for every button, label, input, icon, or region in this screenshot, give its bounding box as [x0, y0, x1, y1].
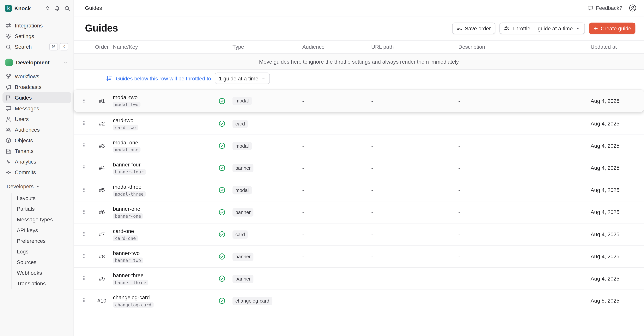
drag-handle-icon[interactable]: ⠿: [82, 187, 93, 193]
sidebar-item-api-keys[interactable]: API keys: [12, 225, 74, 235]
drag-handle-icon[interactable]: ⠿: [82, 98, 93, 104]
sidebar-item-workflows[interactable]: Workflows: [2, 71, 71, 82]
table-row[interactable]: ⠿ #6 banner-one banner-one banner - - - …: [74, 201, 644, 223]
row-updated-at: Aug 4, 2025: [590, 165, 644, 171]
kbd-cmd: ⌘: [49, 43, 58, 50]
col-description: Description: [458, 44, 590, 50]
sidebar-item-webhooks[interactable]: Webhooks: [12, 267, 74, 278]
chevron-down-icon: [575, 26, 580, 31]
row-order: #7: [93, 231, 111, 237]
drag-handle-icon[interactable]: ⠿: [82, 210, 93, 215]
sidebar-item-commits[interactable]: Commits: [2, 167, 71, 177]
sidebar-item-analytics[interactable]: Analytics: [2, 156, 71, 167]
row-url-path: -: [371, 187, 458, 193]
search-icon: [6, 44, 12, 50]
sidebar-item-integrations[interactable]: Integrations: [2, 20, 71, 31]
sidebar-item-search[interactable]: Search ⌘ K: [2, 41, 71, 52]
guide-name[interactable]: banner-four: [113, 162, 140, 168]
guide-name[interactable]: card-one: [113, 228, 134, 234]
row-url-path: -: [371, 121, 458, 127]
guide-name[interactable]: modal-two: [113, 94, 138, 101]
drag-handle-icon[interactable]: ⠿: [82, 143, 93, 149]
table-row[interactable]: ⠿ #5 modal-three modal-three modal - - -…: [74, 179, 644, 201]
guide-name[interactable]: modal-three: [113, 183, 141, 190]
guide-name[interactable]: banner-three: [113, 272, 144, 278]
table-row[interactable]: ⠿ #4 banner-four banner-four banner - - …: [74, 157, 644, 179]
row-name-key: modal-one modal-one: [111, 139, 218, 152]
create-guide-button[interactable]: Create guide: [589, 23, 636, 34]
environment-name: Development: [16, 59, 50, 66]
sidebar-item-objects[interactable]: Objects: [2, 135, 71, 146]
sidebar-item-sources[interactable]: Sources: [12, 257, 74, 267]
guide-name[interactable]: banner-one: [113, 206, 140, 212]
guide-name[interactable]: changelog-card: [113, 294, 150, 301]
sidebar-item-label: Settings: [15, 33, 34, 39]
row-url-path: -: [371, 253, 458, 260]
table-row[interactable]: ⠿ #3 modal-one modal-one modal - - - Aug…: [74, 135, 644, 157]
row-updated-at: Aug 4, 2025: [590, 143, 644, 149]
col-url-path: URL path: [371, 44, 458, 50]
col-type: Type: [232, 44, 302, 50]
sidebar-item-messages[interactable]: Messages: [2, 103, 71, 114]
workspace-switcher-icon[interactable]: [45, 5, 50, 11]
breadcrumb[interactable]: Guides: [85, 5, 102, 11]
drag-handle-icon[interactable]: ⠿: [82, 121, 93, 126]
row-audience: -: [302, 121, 371, 127]
drag-handle-icon[interactable]: ⠿: [82, 254, 93, 259]
save-order-button[interactable]: Save order: [452, 23, 495, 34]
sidebar-item-translations[interactable]: Translations: [12, 278, 74, 289]
sidebar-item-settings[interactable]: Settings: [2, 31, 71, 41]
notifications-bell-icon[interactable]: [54, 5, 60, 11]
sidebar-item-tenants[interactable]: Tenants: [2, 146, 71, 156]
global-search-icon[interactable]: [64, 5, 70, 11]
row-status: [218, 275, 232, 282]
table-row[interactable]: ⠿ #7 card-one card-one card - - - Aug 4,…: [74, 223, 644, 246]
table-row[interactable]: ⠿ #2 card-two card-two card - - - Aug 4,…: [74, 113, 644, 135]
search-shortcut: ⌘ K: [49, 43, 68, 50]
sidebar-item-preferences[interactable]: Preferences: [12, 235, 74, 246]
table-row[interactable]: ⠿ #9 banner-three banner-three banner - …: [74, 268, 644, 290]
guide-key: banner-three: [113, 280, 148, 285]
sidebar-item-partials[interactable]: Partials: [12, 203, 74, 214]
sidebar-item-broadcasts[interactable]: Broadcasts: [2, 82, 71, 92]
table-row[interactable]: ⠿ #10 changelog-card changelog-card chan…: [74, 290, 644, 312]
throttle-value: 1 guide at a time: [219, 75, 258, 81]
sidebar-section-developers[interactable]: Developers: [2, 183, 71, 189]
throttle-divider-link[interactable]: Guides below this row will be throttled …: [116, 75, 211, 81]
developers-label: Developers: [6, 183, 34, 189]
sidebar-item-users[interactable]: Users: [2, 114, 71, 124]
table-row[interactable]: ⠿ #1 modal-two modal-two modal - - - Aug…: [74, 90, 644, 112]
throttle-value-select[interactable]: 1 guide at a time: [215, 72, 270, 84]
drag-handle-icon[interactable]: ⠿: [82, 276, 93, 282]
sidebar-item-label: Search: [15, 44, 32, 50]
workspace-name[interactable]: Knock: [14, 5, 30, 11]
sidebar-item-message-types[interactable]: Message types: [12, 214, 74, 225]
ignore-throttle-dropzone[interactable]: Move guides here to ignore the throttle …: [74, 54, 644, 70]
sidebar-item-label: Users: [15, 116, 29, 122]
row-type: card: [232, 120, 302, 128]
status-active-check-icon: [218, 231, 226, 238]
row-url-path: -: [371, 231, 458, 237]
drag-handle-icon[interactable]: ⠿: [82, 165, 93, 171]
row-audience: -: [302, 209, 371, 215]
sidebar-item-guides[interactable]: Guides: [2, 92, 71, 103]
audiences-icon: [6, 126, 12, 133]
sort-descending-icon: [106, 75, 112, 81]
user-avatar[interactable]: [629, 4, 637, 12]
guide-name[interactable]: modal-one: [113, 139, 138, 145]
sidebar-item-audiences[interactable]: Audiences: [2, 124, 71, 135]
save-order-label: Save order: [465, 25, 491, 31]
table-row[interactable]: ⠿ #8 banner-two banner-two banner - - - …: [74, 246, 644, 268]
sidebar-item-logs[interactable]: Logs: [12, 246, 74, 257]
drag-handle-icon[interactable]: ⠿: [82, 232, 93, 237]
guide-name[interactable]: banner-two: [113, 250, 140, 256]
drag-handle-icon[interactable]: ⠿: [82, 298, 93, 304]
sidebar-item-layouts[interactable]: Layouts: [12, 193, 74, 203]
type-badge: banner: [232, 208, 254, 216]
throttle-dropdown-button[interactable]: Throttle: 1 guide at a time: [500, 23, 585, 34]
guide-name[interactable]: card-two: [113, 117, 134, 123]
sidebar: k Knock Integrations Settin: [0, 0, 74, 336]
feedback-button[interactable]: Feedback?: [587, 5, 622, 11]
environment-switcher[interactable]: Development: [2, 57, 71, 68]
row-url-path: -: [371, 143, 458, 149]
